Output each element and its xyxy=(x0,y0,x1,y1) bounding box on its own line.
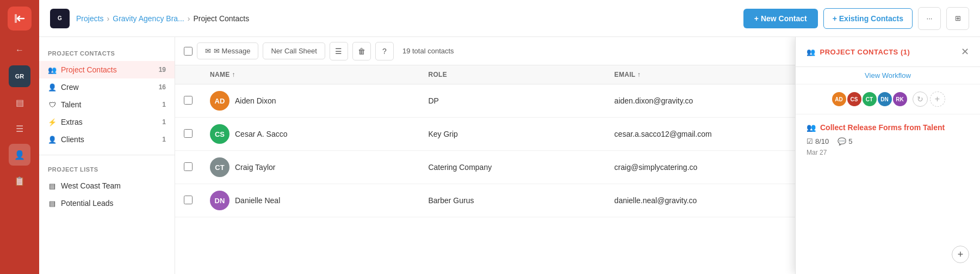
people-icon[interactable]: 👤 xyxy=(9,144,30,166)
task-comments-meta: 💬 5 xyxy=(838,137,852,145)
role-col-header[interactable]: ROLE xyxy=(419,65,605,84)
more-options-button[interactable]: ··· xyxy=(918,7,941,30)
contact-name: Cesar A. Sacco xyxy=(235,130,288,138)
extras-label: Extras xyxy=(61,118,83,126)
popup-avatar: AD xyxy=(831,91,847,107)
popup-avatar: CT xyxy=(861,91,878,107)
task-check-meta: ☑ 8/10 xyxy=(807,137,829,145)
popup-add-button[interactable]: + xyxy=(952,246,969,263)
contact-name-cell: DN Danielle Neal xyxy=(201,184,419,217)
nav-item-west-coast[interactable]: ▤ West Coast Team xyxy=(39,177,175,194)
popup-avatar: DN xyxy=(877,91,893,107)
potential-leads-label: Potential Leads xyxy=(61,199,114,208)
main-content: G Projects › Gravity Agency Bra... › Pro… xyxy=(39,0,980,274)
contact-name-cell: CT Craig Taylor xyxy=(201,151,419,184)
contact-name: Danielle Neal xyxy=(235,196,280,205)
notes-icon[interactable]: 📋 xyxy=(9,170,30,192)
list-item-icon-2: ▤ xyxy=(48,199,57,208)
crew-icon: 👤 xyxy=(48,83,57,92)
popup-task-title: 👥 Collect Release Forms from Talent xyxy=(807,123,969,132)
contact-avatar: AD xyxy=(210,91,230,111)
contact-avatar: DN xyxy=(210,191,230,210)
breadcrumb-sep-2: › xyxy=(188,14,190,23)
refresh-avatar-button[interactable]: ↻ xyxy=(913,92,928,107)
header: G Projects › Gravity Agency Bra... › Pro… xyxy=(39,0,980,37)
nav-item-potential-leads[interactable]: ▤ Potential Leads xyxy=(39,194,175,212)
total-contacts-label: 19 total contacts xyxy=(402,47,454,55)
left-sidebar: ← GR ▤ ☰ 👤 📋 xyxy=(0,0,39,274)
message-button[interactable]: ✉ ✉ Message xyxy=(197,42,258,59)
talent-icon: 🛡 xyxy=(48,101,57,109)
popup-title-icon: 👥 xyxy=(807,48,816,56)
task-icon: 👥 xyxy=(807,123,816,132)
check-icon: ☑ xyxy=(807,137,813,145)
project-contacts-count: 19 xyxy=(159,66,166,74)
svg-rect-0 xyxy=(15,14,17,23)
pages-icon[interactable]: ▤ xyxy=(9,92,30,113)
row-checkbox-cell xyxy=(175,118,201,151)
clients-label: Clients xyxy=(61,135,84,144)
new-contact-button[interactable]: + New Contact xyxy=(743,9,818,28)
add-avatar-button[interactable]: + xyxy=(930,92,945,107)
message-icon: ✉ xyxy=(205,47,211,55)
popup-avatars: ADCSCTDNRK↻+ xyxy=(796,84,980,114)
project-contacts-icon: 👥 xyxy=(48,66,57,74)
breadcrumb-gravity[interactable]: Gravity Agency Bra... xyxy=(113,14,184,23)
content-area: ✉ ✉ Message Ner Call Sheet ☰ 🗑 ? 19 tota… xyxy=(175,37,980,274)
help-button[interactable]: ? xyxy=(375,42,394,60)
crew-count: 16 xyxy=(159,83,166,91)
filter-button[interactable]: ☰ xyxy=(330,42,348,60)
row-checkbox[interactable] xyxy=(184,129,193,138)
contact-avatar: CT xyxy=(210,157,230,177)
row-checkbox[interactable] xyxy=(184,196,193,204)
contact-role-cell: Key Grip xyxy=(419,118,605,151)
view-workflow-button[interactable]: View Workflow xyxy=(796,67,980,84)
nav-item-crew[interactable]: 👤 Crew 16 xyxy=(39,78,175,96)
row-checkbox-cell xyxy=(175,151,201,184)
name-col-header[interactable]: NAME ↑ xyxy=(201,65,419,84)
checkbox-col-header xyxy=(175,65,201,84)
project-lists-section-title: PROJECT LISTS xyxy=(39,162,175,177)
nav-item-project-contacts[interactable]: 👥 Project Contacts 19 xyxy=(39,61,175,78)
project-logo: G xyxy=(50,9,70,28)
row-checkbox[interactable] xyxy=(184,96,193,105)
crew-label: Crew xyxy=(61,83,79,92)
back-nav-icon[interactable]: ← xyxy=(9,39,30,61)
popup-task-date: Mar 27 xyxy=(807,149,969,156)
select-all-checkbox[interactable] xyxy=(184,47,193,56)
breadcrumb: Projects › Gravity Agency Bra... › Proje… xyxy=(76,14,249,23)
contact-role-cell: DP xyxy=(419,84,605,118)
project-contacts-label: Project Contacts xyxy=(61,65,117,74)
clients-icon: 👤 xyxy=(48,136,57,144)
breadcrumb-projects[interactable]: Projects xyxy=(76,14,104,23)
west-coast-label: West Coast Team xyxy=(61,181,121,190)
popup-close-button[interactable]: ✕ xyxy=(961,46,969,58)
extras-count: 1 xyxy=(162,118,166,126)
new-call-sheet-button[interactable]: Ner Call Sheet xyxy=(263,42,325,59)
contact-name: Aiden Dixon xyxy=(235,96,276,105)
contact-role-cell: Catering Company xyxy=(419,151,605,184)
popup-title: 👥 PROJECT CONTACTS (1) xyxy=(807,48,910,56)
list-item-icon: ▤ xyxy=(48,182,57,190)
row-checkbox[interactable] xyxy=(184,162,193,171)
comment-icon: 💬 xyxy=(838,137,846,145)
grid-view-button[interactable]: ⊞ xyxy=(946,7,969,30)
list-icon[interactable]: ☰ xyxy=(9,118,30,139)
popup-avatar: RK xyxy=(892,91,908,107)
clients-count: 1 xyxy=(162,136,166,143)
row-checkbox-cell xyxy=(175,84,201,118)
popup-task-meta: ☑ 8/10 💬 5 xyxy=(807,137,969,145)
app-logo[interactable] xyxy=(8,7,32,31)
body: PROJECT CONTACTS 👥 Project Contacts 19 👤… xyxy=(39,37,980,274)
workspace-avatar[interactable]: GR xyxy=(9,65,30,87)
nav-item-clients[interactable]: 👤 Clients 1 xyxy=(39,131,175,148)
nav-item-extras[interactable]: ⚡ Extras 1 xyxy=(39,113,175,131)
existing-contacts-button[interactable]: + Existing Contacts xyxy=(823,8,913,29)
contact-name: Craig Taylor xyxy=(235,163,275,172)
row-checkbox-cell xyxy=(175,184,201,217)
breadcrumb-current: Project Contacts xyxy=(193,14,249,23)
contact-role-cell: Barber Gurus xyxy=(419,184,605,217)
header-actions: + New Contact + Existing Contacts ··· ⊞ xyxy=(743,7,969,30)
nav-item-talent[interactable]: 🛡 Talent 1 xyxy=(39,96,175,113)
delete-button[interactable]: 🗑 xyxy=(352,42,371,60)
